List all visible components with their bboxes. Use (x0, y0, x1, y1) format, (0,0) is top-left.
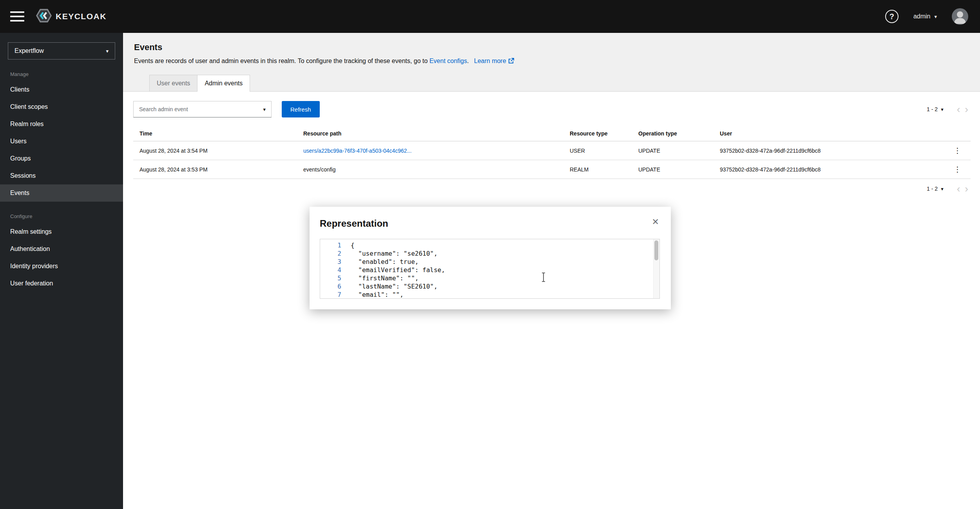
realm-selector-dropdown[interactable]: Expertflow ▾ (8, 42, 115, 60)
learn-more-link[interactable]: Learn more (474, 58, 514, 64)
realm-name: Expertflow (14, 47, 44, 54)
col-header-resource-type: Resource type (563, 125, 632, 141)
sidebar-item-realm-settings[interactable]: Realm settings (0, 223, 123, 240)
masthead: KEYCLOAK ? admin ▾ (0, 0, 980, 33)
nav-section-manage: Manage (0, 60, 123, 81)
cell-time: August 28, 2024 at 3:53 PM (133, 160, 297, 179)
keycloak-logo: KEYCLOAK (36, 9, 107, 24)
pagination-next-icon[interactable]: › (962, 104, 971, 114)
table-row: August 28, 2024 at 3:54 PM users/a22bc99… (133, 141, 971, 160)
pagination-range-dropdown[interactable]: 1 - 2 ▾ (927, 106, 944, 112)
username-label: admin (913, 13, 931, 20)
col-header-operation-type: Operation type (632, 125, 714, 141)
pagination-range-dropdown[interactable]: 1 - 2 ▾ (927, 186, 944, 192)
brand-name: KEYCLOAK (56, 12, 107, 21)
pagination-bottom: 1 - 2 ▾ ‹ › (133, 184, 971, 194)
pagination-top: 1 - 2 ▾ ‹ › (927, 104, 971, 114)
sidebar-item-clients[interactable]: Clients (0, 81, 123, 98)
chevron-down-icon: ▾ (934, 14, 937, 19)
pagination-range: 1 - 2 (927, 106, 938, 112)
cell-operation-type: UPDATE (632, 141, 714, 160)
page-title: Events (123, 42, 980, 52)
kebab-menu-icon[interactable]: ⋮ (951, 146, 964, 155)
cell-user: 93752b02-d328-472a-96df-2211d9cf6bc8 (714, 141, 944, 160)
representation-modal: Representation ✕ 1{ 2 "username": "se261… (310, 207, 671, 309)
cell-user: 93752b02-d328-472a-96df-2211d9cf6bc8 (714, 160, 944, 179)
sidebar-item-events[interactable]: Events (0, 184, 123, 202)
sidebar-item-sessions[interactable]: Sessions (0, 167, 123, 184)
cell-resource-type: USER (563, 141, 632, 160)
event-configs-link[interactable]: Event configs (429, 58, 467, 64)
chevron-down-icon: ▾ (941, 107, 944, 112)
page-description: Events are records of user and admin eve… (123, 58, 980, 65)
col-header-user: User (714, 125, 944, 141)
chevron-down-icon: ▾ (941, 186, 944, 191)
search-placeholder: Search admin event (139, 106, 188, 112)
code-line: 1{ (320, 241, 659, 249)
hamburger-menu-icon[interactable] (10, 11, 24, 22)
pagination-range: 1 - 2 (927, 186, 938, 192)
help-icon[interactable]: ? (885, 10, 898, 23)
search-admin-event-dropdown[interactable]: Search admin event ▾ (133, 101, 272, 117)
sidebar-item-user-federation[interactable]: User federation (0, 275, 123, 292)
pagination-prev-icon[interactable]: ‹ (955, 184, 963, 194)
chevron-down-icon: ▾ (106, 49, 109, 54)
code-line: 2 "username": "se2610", (320, 249, 659, 258)
col-header-actions (944, 125, 971, 141)
resource-path-link[interactable]: users/a22bc99a-76f3-470f-a503-04c4c962..… (303, 148, 411, 154)
cell-resource-type: REALM (563, 160, 632, 179)
refresh-button[interactable]: Refresh (282, 101, 320, 117)
description-text: Events are records of user and admin eve… (134, 58, 428, 64)
page-header: Events Events are records of user and ad… (123, 33, 980, 92)
code-line: 4 "emailVerified": false, (320, 266, 659, 274)
tab-bar: User events Admin events (123, 75, 980, 92)
pagination-next-icon[interactable]: › (962, 184, 971, 194)
code-line: 7 "email": "", (320, 291, 659, 299)
sidebar-item-groups[interactable]: Groups (0, 150, 123, 167)
editor-scrollbar-thumb[interactable] (654, 240, 658, 260)
code-line: 5 "firstName": "", (320, 274, 659, 282)
cell-operation-type: UPDATE (632, 160, 714, 179)
chevron-down-icon: ▾ (263, 107, 266, 112)
cell-time: August 28, 2024 at 3:54 PM (133, 141, 297, 160)
description-suffix: . (467, 58, 469, 64)
table-header-row: Time Resource path Resource type Operati… (133, 125, 971, 141)
tab-user-events[interactable]: User events (149, 75, 197, 91)
external-link-icon (508, 58, 514, 65)
code-line: 6 "lastName": "SE2610", (320, 282, 659, 291)
cell-resource-path: users/a22bc99a-76f3-470f-a503-04c4c962..… (297, 141, 563, 160)
table-row: August 28, 2024 at 3:53 PM events/config… (133, 160, 971, 179)
user-menu-dropdown[interactable]: admin ▾ (913, 13, 937, 20)
sidebar-item-realm-roles[interactable]: Realm roles (0, 116, 123, 133)
close-icon[interactable]: ✕ (652, 217, 659, 227)
code-line: 3 "enabled": true, (320, 258, 659, 266)
events-toolbar: Search admin event ▾ Refresh 1 - 2 ▾ ‹ › (133, 101, 971, 117)
col-header-time: Time (133, 125, 297, 141)
sidebar-item-users[interactable]: Users (0, 133, 123, 150)
cell-resource-path: events/config (297, 160, 563, 179)
keycloak-logo-icon (36, 9, 52, 24)
admin-events-table: Time Resource path Resource type Operati… (133, 125, 971, 179)
sidebar-item-client-scopes[interactable]: Client scopes (0, 98, 123, 116)
sidebar-nav: Expertflow ▾ Manage Clients Client scope… (0, 33, 123, 509)
modal-title: Representation (320, 218, 660, 229)
col-header-resource-path: Resource path (297, 125, 563, 141)
kebab-menu-icon[interactable]: ⋮ (951, 165, 964, 174)
avatar[interactable] (952, 8, 968, 25)
representation-code-editor[interactable]: 1{ 2 "username": "se2610", 3 "enabled": … (320, 239, 660, 299)
sidebar-item-identity-providers[interactable]: Identity providers (0, 258, 123, 275)
tab-admin-events[interactable]: Admin events (197, 75, 250, 92)
nav-section-configure: Configure (0, 202, 123, 223)
sidebar-item-authentication[interactable]: Authentication (0, 240, 123, 258)
pagination-prev-icon[interactable]: ‹ (955, 104, 963, 114)
